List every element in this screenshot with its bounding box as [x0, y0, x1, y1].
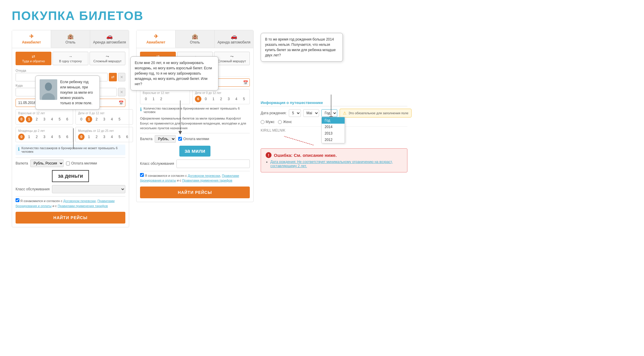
divider3-2 — [140, 171, 250, 171]
year-option-label[interactable]: Год — [322, 117, 345, 124]
svg-point-1 — [45, 83, 52, 91]
page-title: ПОКУПКА БИЛЕТОВ — [12, 9, 632, 23]
dob-day-select[interactable]: 5 — [289, 109, 301, 117]
bubble1-text: Если ребенку год или меньше, при покупке… — [60, 79, 95, 106]
c2-4[interactable]: 4 — [233, 96, 240, 102]
clear-to-btn-1[interactable]: ✕ — [118, 88, 125, 96]
children-label-1: Дети от 0 до 12 лет — [78, 111, 130, 115]
youth-label-1: Молодёжь от 12 до 25 лет — [78, 129, 130, 132]
c2-5[interactable]: 5 — [241, 96, 247, 102]
agreement-link1-1[interactable]: Договором перевозки — [63, 199, 96, 203]
youth-counter-1: 0 1 2 3 4 5 6 — [78, 134, 130, 140]
a2-2[interactable]: 2 — [158, 96, 164, 102]
gender-male-option[interactable]: Мужс — [261, 120, 274, 124]
ch-3-1[interactable]: 3 — [101, 116, 107, 122]
c2-6[interactable]: 6 — [195, 96, 201, 102]
y-3-1[interactable]: 3 — [101, 134, 107, 140]
search-btn-2[interactable]: НАЙТИ РЕЙСЫ — [140, 187, 250, 198]
adults-counter-2: 0 1 2 — [143, 96, 187, 102]
tab-car-1[interactable]: 🚗 Аренда автомобиля — [90, 30, 129, 48]
adults-4-1[interactable]: 4 — [49, 116, 55, 122]
ch-4-1[interactable]: 4 — [109, 116, 115, 122]
error-title: ! Ошибка: См. описание ниже. — [266, 152, 402, 158]
ch-1-1[interactable]: 1 — [86, 116, 92, 122]
inf-1-1[interactable]: 1 — [26, 134, 32, 140]
currency-select-1[interactable]: Рубль, Россия — [30, 159, 64, 167]
bubble-dob-restriction: В то же время год рождения больше 2014 у… — [261, 33, 343, 62]
c2-1[interactable]: 1 — [210, 96, 217, 102]
inf-0-1[interactable]: 0 — [18, 134, 25, 140]
currency-select-2[interactable]: Рубль, — [155, 135, 176, 143]
pax-info-1: ℹ Количество пассажиров в бронировании н… — [16, 145, 125, 155]
adults-5-1[interactable]: 5 — [56, 116, 63, 122]
c2-2[interactable]: 2 — [218, 96, 224, 102]
oneway-btn-1[interactable]: → В одну сторону — [53, 52, 88, 65]
adults-6-1[interactable]: 6 — [64, 116, 70, 122]
tab-avia-2[interactable]: ✈ Авиабилет — [136, 30, 176, 48]
plane-icon-2: ✈ — [139, 33, 173, 40]
ch-2-1[interactable]: 2 — [93, 116, 100, 122]
y-0-1[interactable]: 0 — [78, 134, 85, 140]
payment-mode-2: за мили — [140, 146, 250, 157]
info-icon-1: ℹ — [18, 146, 20, 152]
complex-btn-2[interactable]: ⤳ Сложный маршрут — [214, 52, 250, 65]
tab-avia-1[interactable]: ✈ Авиабилет — [12, 30, 51, 48]
tab-hotel-1[interactable]: 🏨 Отель — [51, 30, 90, 48]
agreement-checkbox-1[interactable] — [16, 198, 19, 202]
agreement-link3-1[interactable]: Правилами применения тарифов — [58, 204, 108, 208]
adults-3-1[interactable]: 3 — [41, 116, 48, 122]
gender-female-option[interactable]: Женс — [278, 120, 292, 124]
y-4-1[interactable]: 4 — [109, 134, 115, 140]
adults-0-1[interactable]: 0 — [18, 116, 25, 122]
miles-checkbox-1[interactable] — [66, 162, 70, 165]
gender-female-radio[interactable] — [278, 120, 282, 124]
adults-1-1[interactable]: 1 — [26, 116, 32, 122]
dob-year-select[interactable]: Год — [321, 109, 337, 117]
gender-male-radio[interactable] — [261, 120, 264, 124]
adults-label-2: Взрослые от 12 лет — [143, 91, 187, 95]
adults-section-1: Взрослые от 12 лет 0 1 2 3 4 5 6 — [16, 109, 73, 125]
c2-0[interactable]: 0 — [203, 96, 209, 102]
tab-car-2[interactable]: 🚗 Аренда автомобиля — [215, 30, 253, 48]
miles-checkbox-2[interactable] — [178, 137, 182, 141]
year-2012[interactable]: 2012 — [322, 137, 345, 143]
y-5-1[interactable]: 5 — [116, 134, 123, 140]
year-2014[interactable]: 2014 — [322, 124, 345, 130]
agreement-checkbox-2[interactable] — [140, 173, 144, 177]
swap-btn-1[interactable]: ⇄ — [109, 73, 117, 81]
inf-3-1[interactable]: 3 — [41, 134, 48, 140]
year-2013[interactable]: 2013 — [322, 130, 345, 137]
currency-row-2: Валюта Рубль, Оплата милями — [140, 135, 250, 143]
error-tooltip: ⚠ Это обязательное для заполнения поле — [340, 109, 412, 117]
booking-widget-1: ✈ Авиабилет 🏨 Отель 🚗 Аренда автомобиля … — [12, 30, 129, 227]
ch-0-1[interactable]: 0 — [78, 116, 85, 122]
divider-2 — [140, 133, 250, 133]
complex-btn-1[interactable]: ⤳ Сложный маршрут — [90, 52, 125, 65]
agreement-link1-2[interactable]: Договором перевозки — [188, 174, 220, 177]
a2-0[interactable]: 0 — [143, 96, 149, 102]
tab-hotel-2[interactable]: 🏨 Отель — [176, 30, 215, 48]
c2-3[interactable]: 3 — [225, 96, 232, 102]
inf-4-1[interactable]: 4 — [49, 134, 55, 140]
currency-label-2: Валюта — [140, 137, 152, 141]
currency-label-1: Валюта — [16, 161, 28, 165]
inf-5-1[interactable]: 5 — [56, 134, 63, 140]
agreement-link3-2[interactable]: Правилами применения тарифов — [182, 179, 232, 182]
adults-2-1[interactable]: 2 — [33, 116, 40, 122]
children-section-2: Дети от 0 до 12 лет 6 0 1 2 3 4 5 — [192, 89, 250, 104]
traveler-panel-title: Информация о путешественнике — [261, 100, 407, 106]
a2-1[interactable]: 1 — [150, 96, 157, 102]
y-1-1[interactable]: 1 — [86, 134, 92, 140]
inf-6-1[interactable]: 6 — [64, 134, 70, 140]
class-input-2[interactable] — [176, 159, 250, 168]
dob-month-select[interactable]: Mai — [303, 109, 319, 117]
y-6-1[interactable]: 6 — [124, 134, 130, 140]
y-2-1[interactable]: 2 — [93, 134, 100, 140]
class-select-1[interactable] — [52, 185, 125, 193]
inf-2-1[interactable]: 2 — [33, 134, 40, 140]
roundtrip-btn-1[interactable]: ⇄ Туда и обратно — [16, 52, 51, 65]
search-btn-1[interactable]: НАЙТИ РЕЙСЫ — [16, 212, 125, 224]
roundtrip-icon-1: ⇄ — [17, 54, 50, 59]
ch-5-1[interactable]: 5 — [116, 116, 123, 122]
clear-btn-1[interactable]: ✕ — [118, 73, 125, 81]
